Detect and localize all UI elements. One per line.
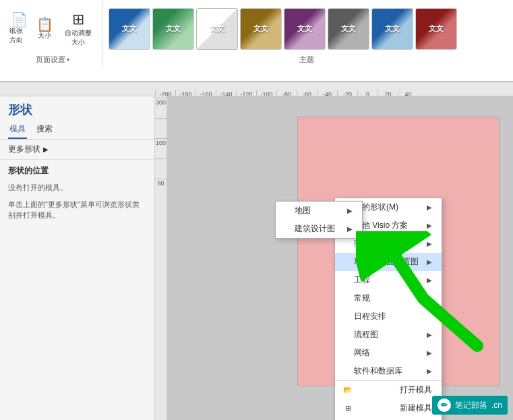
menu-business-arrow: ▶	[427, 240, 432, 247]
ribbon-main: 📄 纸张方向 📋 大小 ⊞ 自动调整大小 页面设置 ▾	[0, 0, 513, 67]
ruler-mark-v-80: 80	[155, 179, 167, 199]
ruler-corner	[0, 82, 155, 96]
orientation-label: 纸张方向	[9, 26, 28, 45]
no-model-info: 没有打开的模具。	[0, 179, 154, 196]
canvas-area[interactable]: 我的形状(M) ▶ 其他 Visio 方案 ▶ 商务 ▶ 地图和平面布置图 ▶	[167, 96, 513, 420]
menu-business-label: 商务	[354, 238, 370, 249]
main-area: 形状 模具 搜索 更多形状 ▶ 形状的位置 没有打开的模具。 单击上面的"更多形…	[0, 96, 513, 420]
more-shapes-label: 更多形状	[8, 144, 40, 155]
watermark-text: 笔记部落	[455, 400, 487, 411]
menu-open-stencil-label: 打开模具	[400, 384, 432, 396]
menu-network[interactable]: 网络 ▶	[335, 344, 442, 362]
menu-show-doc-stencil[interactable]: 显示文档模具	[335, 417, 442, 420]
menu-engineering-label: 工程	[354, 274, 370, 286]
size-button[interactable]: 📋 大小	[32, 16, 57, 42]
orientation-button[interactable]: 📄 纸张方向	[7, 11, 31, 47]
menu-software-db[interactable]: 软件和数据库 ▶	[335, 362, 442, 380]
submenu-architecture-item[interactable]: 建筑设计图 ▶	[276, 220, 362, 238]
menu-maps-floors-arrow: ▶	[427, 258, 432, 266]
ruler-mark--60: -60	[297, 90, 317, 96]
more-shapes-item[interactable]: 更多形状 ▶	[0, 140, 154, 160]
ruler-mark-v-100: 100	[155, 138, 167, 158]
page-setup-label: 页面设置	[36, 55, 65, 65]
ruler-mark--20: -20	[337, 90, 357, 96]
theme-swatch-4[interactable]: 文文	[240, 8, 282, 50]
menu-network-label: 网络	[354, 347, 370, 359]
ruler-mark--120: -120	[236, 90, 256, 96]
themes-group: 文文文文文文文文文文文文文文文文 主题	[103, 0, 510, 67]
ruler-left: 300 100 80	[155, 96, 167, 420]
themes-swatches: 文文文文文文文文文文文文文文文文	[109, 3, 505, 55]
more-shapes-chevron: ▶	[43, 146, 49, 153]
new-stencil-icon: ⊞	[342, 404, 354, 413]
themes-label-row: 主题	[109, 55, 505, 66]
ruler-mark--140: -140	[216, 90, 236, 96]
tab-search[interactable]: 搜索	[35, 121, 54, 139]
auto-resize-icon: ⊞	[72, 11, 84, 28]
orientation-icon: 📄	[11, 13, 28, 26]
theme-swatch-7[interactable]: 文文	[371, 8, 413, 50]
menu-flowchart-arrow: ▶	[427, 331, 432, 338]
auto-resize-button[interactable]: ⊞ 自动调整大小	[58, 5, 98, 53]
size-label: 大小	[38, 31, 51, 40]
submenu-map-item[interactable]: 地图 ▶	[276, 202, 362, 220]
ruler-marks: -200-180-160-140-120-100-80-60-40-200204…	[155, 82, 418, 96]
page-setup-label-row: 页面设置 ▾	[7, 55, 98, 66]
content-area: -200-180-160-140-120-100-80-60-40-200204…	[0, 82, 513, 420]
submenu-architecture-arrow: ▶	[347, 225, 353, 233]
submenu-architecture-label: 建筑设计图	[295, 223, 335, 235]
auto-resize-label: 自动调整大小	[65, 28, 92, 47]
ruler-top: -200-180-160-140-120-100-80-60-40-200204…	[0, 82, 513, 96]
menu-general-label: 常规	[354, 293, 370, 304]
theme-swatch-1[interactable]: 文文	[109, 8, 150, 50]
ribbon: 📄 纸张方向 📋 大小 ⊞ 自动调整大小 页面设置 ▾	[0, 0, 513, 82]
ruler-mark-v-4	[155, 158, 167, 179]
size-icon: 📋	[36, 18, 53, 31]
shape-position-title: 形状的位置	[0, 160, 154, 179]
theme-swatch-6[interactable]: 文文	[328, 8, 369, 50]
menu-network-arrow: ▶	[427, 349, 432, 357]
themes-label: 主题	[299, 55, 314, 65]
menu-general-arrow: ▶	[427, 295, 432, 302]
ruler-mark--40: -40	[317, 90, 337, 96]
ruler-mark-0: 0	[357, 90, 378, 96]
panel-tabs: 模具 搜索	[0, 121, 154, 140]
ruler-mark-20: 20	[378, 90, 398, 96]
menu-general[interactable]: 常规 ▶	[335, 289, 442, 307]
theme-swatch-8[interactable]: 文文	[415, 8, 457, 50]
tab-models[interactable]: 模具	[8, 121, 27, 139]
menu-open-stencil[interactable]: 📂 打开模具	[335, 381, 442, 399]
menu-other-visio-arrow: ▶	[427, 222, 432, 229]
ruler-mark--160: -160	[195, 90, 216, 96]
ruler-mark-v-2	[155, 118, 167, 138]
menu-software-db-label: 软件和数据库	[354, 365, 402, 377]
menu-flowchart-label: 流程图	[354, 329, 378, 340]
menu-my-shapes-arrow: ▶	[427, 204, 432, 211]
page-setup-buttons: 📄 纸张方向 📋 大小 ⊞ 自动调整大小	[7, 3, 98, 55]
ruler-mark--180: -180	[175, 90, 195, 96]
open-stencil-icon: 📂	[342, 386, 354, 395]
menu-new-stencil[interactable]: ⊞ 新建模具	[335, 399, 442, 417]
theme-swatch-2[interactable]: 文文	[152, 8, 194, 50]
page-setup-expand-icon[interactable]: ▾	[67, 57, 69, 63]
menu-schedule[interactable]: 日程安排	[335, 307, 442, 326]
menu-new-stencil-label: 新建模具	[400, 402, 432, 414]
ruler-mark--200: -200	[155, 90, 175, 96]
menu-schedule-label: 日程安排	[354, 311, 386, 322]
menu-flowchart[interactable]: 流程图 ▶	[335, 326, 442, 344]
submenu-map-label: 地图	[295, 205, 311, 216]
left-panel: 形状 模具 搜索 更多形状 ▶ 形状的位置 没有打开的模具。 单击上面的"更多形…	[0, 96, 155, 420]
menu-maps-floors-label: 地图和平面布置图	[354, 256, 419, 268]
submenu-map-arrow: ▶	[347, 207, 353, 214]
watermark-icon: ✏	[437, 398, 451, 412]
menu-software-db-arrow: ▶	[427, 367, 432, 375]
menu-engineering[interactable]: 工程 ▶	[335, 271, 442, 289]
menu-maps-floors[interactable]: 地图和平面布置图 ▶	[335, 253, 442, 271]
theme-swatch-5[interactable]: 文文	[284, 8, 326, 50]
theme-swatch-3[interactable]: 文文	[196, 8, 238, 50]
ruler-mark--80: -80	[276, 90, 297, 96]
ruler-mark--100: -100	[256, 90, 276, 96]
canvas-with-ruler: 300 100 80 我的形状(M) ▶ 其他 Visio 方案 ▶	[155, 96, 513, 420]
panel-hint: 单击上面的"更多形状"菜单可浏览形状类别并打开模具。	[0, 196, 154, 224]
submenu-maps: 地图 ▶ 建筑设计图 ▶	[275, 201, 363, 239]
